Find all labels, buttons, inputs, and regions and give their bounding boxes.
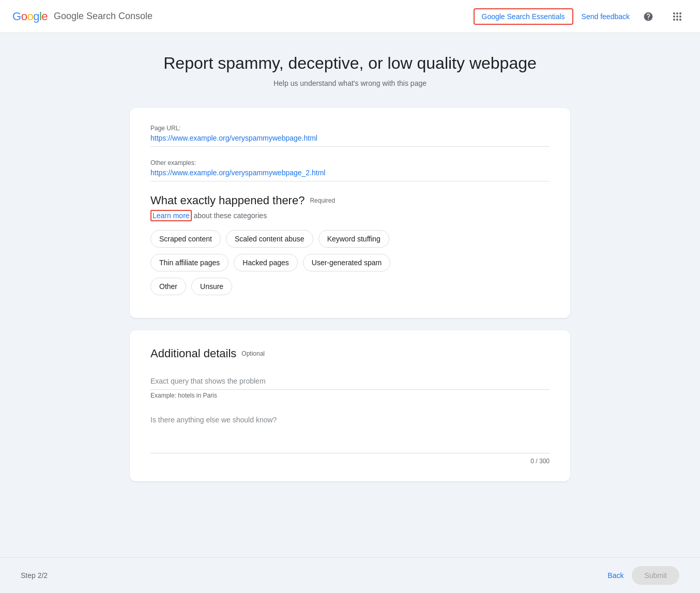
additional-details-heading: Additional details Optional: [150, 347, 550, 360]
required-badge: Required: [310, 197, 335, 204]
search-essentials-button[interactable]: Google Search Essentials: [474, 8, 573, 25]
apps-icon-button[interactable]: [667, 6, 688, 27]
url-card: Page URL: https://www.example.org/verysp…: [130, 108, 570, 318]
chip-hacked-pages[interactable]: Hacked pages: [234, 254, 298, 271]
back-button[interactable]: Back: [607, 571, 623, 580]
chip-scaled-content-abuse[interactable]: Scaled content abuse: [226, 230, 313, 248]
chip-scraped-content[interactable]: Scraped content: [150, 230, 221, 248]
what-happened-heading: What exactly happened there? Required: [150, 194, 550, 207]
page-title: Report spammy, deceptive, or low quality…: [130, 54, 570, 73]
submit-button[interactable]: Submit: [632, 566, 679, 585]
textarea-wrapper: 0 / 300: [150, 412, 550, 465]
main-content: Report spammy, deceptive, or low quality…: [117, 33, 583, 556]
app-name: Google Search Console: [54, 11, 153, 22]
query-hint: Example: hotels in Paris: [150, 392, 550, 399]
page-url-value: https://www.example.org/veryspammywebpag…: [150, 134, 550, 147]
apps-grid-icon: [673, 12, 681, 21]
additional-details-title: Additional details: [150, 347, 236, 360]
header: Google Google Search Console Google Sear…: [0, 0, 700, 33]
learn-more-line: Learn more about these categories: [150, 211, 550, 220]
footer: Step 2/2 Back Submit: [0, 557, 700, 593]
logo-area: Google Google Search Console: [12, 10, 153, 23]
chips-row-1: Scraped content Scaled content abuse Key…: [150, 230, 550, 248]
send-feedback-button[interactable]: Send feedback: [582, 12, 630, 21]
chip-user-generated-spam[interactable]: User-generated spam: [303, 254, 390, 271]
chips-row-2: Thin affiliate pages Hacked pages User-g…: [150, 254, 550, 271]
page-subtitle: Help us understand what's wrong with thi…: [130, 79, 570, 87]
chip-unsure[interactable]: Unsure: [191, 278, 232, 295]
chips-row-3: Other Unsure: [150, 278, 550, 295]
additional-info-textarea[interactable]: [150, 412, 550, 453]
learn-more-link[interactable]: Learn more: [150, 210, 192, 221]
step-label: Step 2/2: [21, 571, 48, 580]
chip-other[interactable]: Other: [150, 278, 186, 295]
header-actions: Google Search Essentials Send feedback: [474, 6, 688, 27]
google-logo: Google: [12, 10, 48, 23]
page-url-field: Page URL: https://www.example.org/verysp…: [150, 125, 550, 147]
additional-details-card: Additional details Optional Example: hot…: [130, 330, 570, 481]
optional-badge: Optional: [241, 350, 265, 357]
other-examples-label: Other examples:: [150, 159, 550, 166]
help-icon: [643, 11, 653, 22]
help-icon-button[interactable]: [638, 6, 659, 27]
footer-actions: Back Submit: [607, 566, 679, 585]
other-examples-value: https://www.example.org/veryspammywebpag…: [150, 169, 550, 181]
page-url-label: Page URL:: [150, 125, 550, 132]
other-examples-field: Other examples: https://www.example.org/…: [150, 159, 550, 181]
query-input[interactable]: [150, 373, 550, 390]
learn-more-suffix: about these categories: [192, 211, 267, 220]
chip-thin-affiliate-pages[interactable]: Thin affiliate pages: [150, 254, 229, 271]
char-count: 0 / 300: [150, 458, 550, 465]
chip-keyword-stuffing[interactable]: Keyword stuffing: [318, 230, 389, 248]
what-happened-title: What exactly happened there?: [150, 194, 305, 207]
